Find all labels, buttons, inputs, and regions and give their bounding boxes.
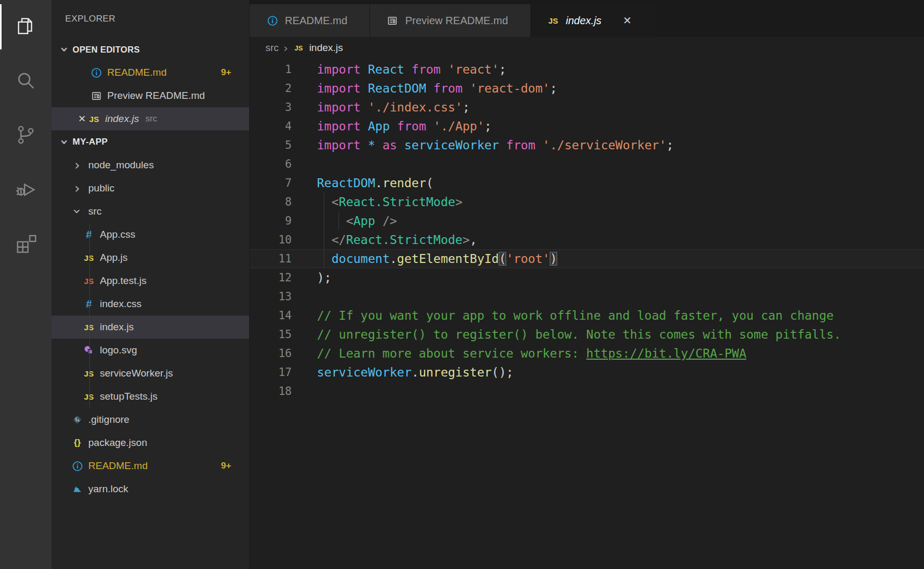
code-text: </React.StrictMode>, <box>317 230 477 249</box>
code-line[interactable]: 17serviceWorker.unregister(); <box>250 363 924 382</box>
activity-item-search[interactable] <box>0 54 52 108</box>
json-icon: {} <box>71 438 83 448</box>
tree-item[interactable]: yarn.lock <box>52 477 249 501</box>
close-icon[interactable]: ✕ <box>621 14 633 27</box>
line-number: 18 <box>250 382 292 401</box>
code-line[interactable]: 15// unregister() to register() below. N… <box>250 325 924 344</box>
code-line[interactable]: 13 <box>250 287 924 306</box>
code-line[interactable]: 1import React from 'react'; <box>250 60 924 79</box>
breadcrumb: src › JS index.js <box>250 37 924 59</box>
files-icon <box>14 15 37 40</box>
code-editor[interactable]: 1import React from 'react';2import React… <box>250 59 924 569</box>
code-line[interactable]: 18 <box>250 382 924 401</box>
explorer-sidebar: EXPLORER › OPEN EDITORS README.md9+Previ… <box>52 0 250 569</box>
open-editors-list: README.md9+Preview README.md✕JSindex.jss… <box>52 61 249 130</box>
tree-item[interactable]: README.md9+ <box>52 454 249 477</box>
open-editor-item[interactable]: README.md9+ <box>52 61 249 84</box>
js-icon: JS <box>83 369 95 378</box>
tree-folder[interactable]: ›src <box>52 200 249 223</box>
code-line[interactable]: 3import './index.css'; <box>250 98 924 117</box>
tab[interactable]: JSindex.js✕ <box>531 4 656 37</box>
source-control-icon <box>14 123 37 148</box>
debug-icon <box>14 177 37 202</box>
js-icon: JS <box>83 253 95 262</box>
activity-item-run-debug[interactable] <box>0 162 52 217</box>
editor-group: README.mdPreview README.mdJSindex.js✕ sr… <box>250 0 924 569</box>
file-label: README.md <box>107 67 167 78</box>
tree-item[interactable]: JSindex.js <box>52 316 249 339</box>
tree-item[interactable]: JSApp.test.js <box>52 269 249 292</box>
tree-item[interactable]: JSsetupTests.js <box>52 385 249 408</box>
tree-folder[interactable]: ›node_modules <box>52 154 249 177</box>
line-number: 9 <box>250 211 292 230</box>
code-line[interactable]: 7ReactDOM.render( <box>250 174 924 192</box>
tree-item[interactable]: JSserviceWorker.js <box>52 362 249 385</box>
line-number: 4 <box>250 117 292 136</box>
file-label: App.js <box>100 252 128 263</box>
code-line[interactable]: 5import * as serviceWorker from './servi… <box>250 136 924 155</box>
info-icon <box>266 15 278 26</box>
tab[interactable]: README.md <box>250 4 370 37</box>
tree-item[interactable]: logo.svg <box>52 339 249 362</box>
file-label: public <box>88 182 115 194</box>
problems-badge: 9+ <box>221 67 231 78</box>
breadcrumb-folder[interactable]: src <box>265 42 279 54</box>
project-root-header[interactable]: › MY-APP <box>52 130 249 154</box>
comment-link[interactable]: https://bit.ly/CRA-PWA <box>586 347 746 360</box>
file-label: index.js <box>100 321 134 333</box>
extensions-icon <box>14 231 37 257</box>
file-label: .gitignore <box>88 414 129 425</box>
yarn-icon <box>71 484 83 494</box>
code-line[interactable]: 10 </React.StrictMode>, <box>250 230 924 249</box>
code-text: import App from './App'; <box>317 117 491 136</box>
line-number: 12 <box>250 268 292 287</box>
js-icon: JS <box>83 392 95 401</box>
code-text: // Learn more about service workers: htt… <box>317 344 746 363</box>
code-line[interactable]: 14// If you want your app to work offlin… <box>250 306 924 325</box>
tree-item[interactable]: {}package.json <box>52 431 249 454</box>
open-editor-item[interactable]: ✕JSindex.jssrc <box>52 107 249 130</box>
activity-item-source-control[interactable] <box>0 108 52 162</box>
code-line[interactable]: 8 <React.StrictMode> <box>250 192 924 211</box>
code-text: <React.StrictMode> <box>317 192 463 211</box>
tree-indent-guide <box>89 223 90 408</box>
tree-item[interactable]: #index.css <box>52 292 249 316</box>
close-icon[interactable]: ✕ <box>76 113 88 125</box>
code-line[interactable]: 9 <App /> <box>250 211 924 230</box>
code-line[interactable]: 4import App from './App'; <box>250 117 924 136</box>
open-editors-header[interactable]: › OPEN EDITORS <box>52 38 249 61</box>
file-label: node_modules <box>88 159 154 171</box>
tab[interactable]: Preview README.md <box>370 4 531 37</box>
file-label: README.md <box>88 460 148 472</box>
tab-label: README.md <box>285 15 347 27</box>
tree-item[interactable]: JSApp.js <box>52 246 249 269</box>
code-line[interactable]: 12); <box>250 268 924 287</box>
chevron-right-icon: › <box>71 181 83 195</box>
line-number: 8 <box>250 192 292 211</box>
breadcrumb-file[interactable]: index.js <box>309 42 343 54</box>
tab-label: Preview README.md <box>405 15 508 27</box>
code-line[interactable]: 16// Learn more about service workers: h… <box>250 344 924 363</box>
file-label: package.json <box>88 437 147 449</box>
activity-item-explorer[interactable] <box>0 0 52 54</box>
activity-item-extensions[interactable] <box>0 217 52 271</box>
preview-icon <box>387 15 398 26</box>
tree-item[interactable]: .gitignore <box>52 408 249 431</box>
file-label: index.js <box>105 113 139 125</box>
code-line[interactable]: 2import ReactDOM from 'react-dom'; <box>250 79 924 98</box>
file-label: App.css <box>100 229 136 240</box>
chevron-down-icon: › <box>58 136 71 148</box>
sidebar-title: EXPLORER <box>52 0 249 38</box>
code-text: ReactDOM.render( <box>317 174 434 192</box>
js-icon: JS <box>548 16 559 25</box>
tree-item[interactable]: #App.css <box>52 223 249 246</box>
tree-folder[interactable]: ›public <box>52 177 249 200</box>
file-label: src <box>88 206 101 217</box>
js-icon: JS <box>83 323 95 332</box>
open-editor-item[interactable]: Preview README.md <box>52 84 249 107</box>
code-line[interactable]: 11 document.getElementById('root') <box>250 249 924 268</box>
line-number: 15 <box>250 325 292 344</box>
code-text: ); <box>317 268 332 287</box>
file-label: index.css <box>100 298 141 310</box>
code-line[interactable]: 6 <box>250 155 924 174</box>
